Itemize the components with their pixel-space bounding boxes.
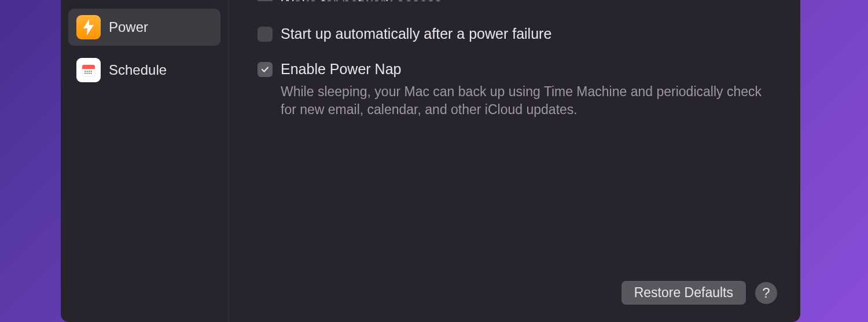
svg-rect-6 (91, 71, 92, 72)
main-content: Wake for network access Start up automat… (229, 0, 800, 322)
svg-rect-4 (87, 71, 88, 72)
svg-rect-2 (82, 68, 95, 69)
svg-rect-3 (84, 71, 86, 72)
option-label: Enable Power Nap (281, 60, 777, 79)
bolt-icon (76, 15, 101, 39)
sidebar-item-label: Power (109, 19, 148, 35)
option-label: Wake for network access (281, 0, 442, 1)
restore-defaults-button[interactable]: Restore Defaults (621, 281, 746, 305)
svg-rect-8 (87, 73, 88, 74)
option-description: While sleeping, your Mac can back up usi… (281, 83, 777, 119)
option-power-nap: Enable Power Nap While sleeping, your Ma… (258, 60, 777, 119)
sidebar-item-schedule[interactable]: Schedule (68, 52, 220, 89)
preferences-window: Power Schedule (61, 0, 800, 322)
power-nap-checkbox[interactable] (258, 62, 273, 77)
option-label: Start up automatically after a power fai… (281, 24, 551, 43)
sidebar: Power Schedule (61, 0, 229, 322)
svg-rect-5 (89, 71, 90, 72)
wake-network-checkbox[interactable] (258, 0, 273, 1)
svg-rect-10 (91, 73, 92, 74)
option-wake-network: Wake for network access (258, 0, 777, 1)
auto-startup-checkbox[interactable] (258, 27, 273, 42)
svg-rect-7 (84, 73, 86, 74)
option-auto-startup: Start up automatically after a power fai… (258, 24, 777, 43)
svg-rect-9 (89, 73, 90, 74)
help-button[interactable]: ? (755, 282, 777, 304)
footer: Restore Defaults ? (621, 281, 777, 305)
sidebar-item-label: Schedule (109, 62, 167, 78)
calendar-icon (76, 58, 101, 82)
sidebar-item-power[interactable]: Power (68, 9, 220, 46)
